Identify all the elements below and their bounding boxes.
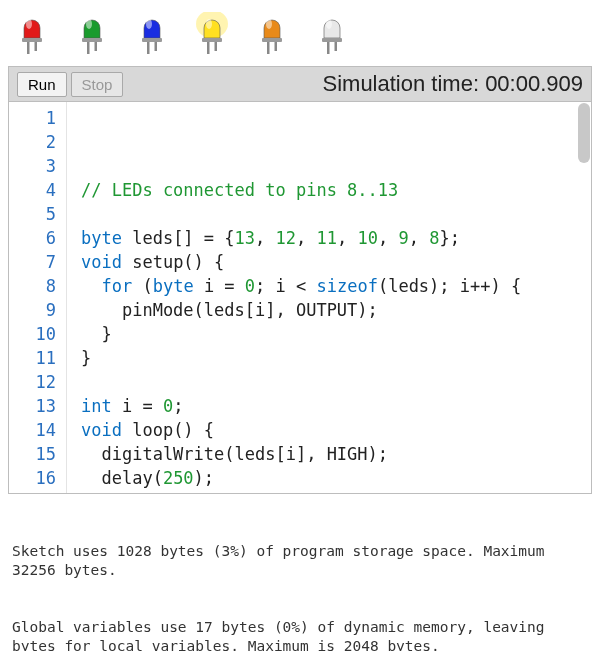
code-line[interactable]: void loop() { bbox=[81, 418, 591, 442]
run-button[interactable]: Run bbox=[17, 72, 67, 97]
svg-point-17 bbox=[266, 19, 272, 29]
code-line[interactable]: // LEDs connected to pins 8..13 bbox=[81, 178, 591, 202]
led-white bbox=[316, 12, 348, 56]
svg-rect-23 bbox=[327, 42, 330, 54]
svg-rect-22 bbox=[322, 38, 342, 42]
stop-button[interactable]: Stop bbox=[71, 72, 124, 97]
line-number: 16 bbox=[9, 466, 56, 490]
code-line[interactable]: } bbox=[81, 346, 591, 370]
svg-rect-6 bbox=[87, 42, 90, 54]
svg-rect-2 bbox=[27, 42, 30, 54]
code-line[interactable]: byte leds[] = {13, 12, 11, 10, 9, 8}; bbox=[81, 226, 591, 250]
line-number: 2 bbox=[9, 130, 56, 154]
svg-rect-3 bbox=[35, 42, 38, 51]
led-green bbox=[76, 12, 108, 56]
line-number: 9 bbox=[9, 298, 56, 322]
svg-rect-14 bbox=[202, 38, 222, 42]
code-line[interactable] bbox=[81, 370, 591, 394]
line-number: 6 bbox=[9, 226, 56, 250]
led-orange bbox=[256, 12, 288, 56]
simulation-time: Simulation time: 00:00.909 bbox=[323, 71, 584, 97]
code-line[interactable]: pinMode(leds[i], OUTPUT); bbox=[81, 298, 591, 322]
svg-rect-11 bbox=[155, 42, 158, 51]
code-line[interactable]: for (byte i = 0; i < sizeof(leds); i++) … bbox=[81, 274, 591, 298]
svg-rect-24 bbox=[335, 42, 338, 51]
svg-rect-18 bbox=[262, 38, 282, 42]
svg-rect-10 bbox=[147, 42, 150, 54]
code-line[interactable]: int i = 0; bbox=[81, 394, 591, 418]
svg-point-8 bbox=[146, 19, 152, 29]
svg-rect-1 bbox=[22, 38, 42, 42]
svg-point-13 bbox=[206, 19, 212, 29]
sim-time-label: Simulation time: bbox=[323, 71, 486, 96]
led-blue bbox=[136, 12, 168, 56]
code-line[interactable]: } bbox=[81, 322, 591, 346]
line-number: 11 bbox=[9, 346, 56, 370]
line-number: 14 bbox=[9, 418, 56, 442]
code-editor[interactable]: 12345678910111213141516 // LEDs connecte… bbox=[8, 102, 592, 494]
svg-rect-7 bbox=[95, 42, 98, 51]
code-line[interactable]: delay(250); bbox=[81, 466, 591, 490]
line-number: 3 bbox=[9, 154, 56, 178]
scrollbar-vertical[interactable] bbox=[578, 103, 590, 163]
svg-rect-15 bbox=[207, 42, 210, 54]
line-number: 15 bbox=[9, 442, 56, 466]
line-number: 4 bbox=[9, 178, 56, 202]
code-line[interactable]: digitalWrite(leds[i], HIGH); bbox=[81, 442, 591, 466]
line-number: 13 bbox=[9, 394, 56, 418]
toolbar: Run Stop Simulation time: 00:00.909 bbox=[8, 66, 592, 102]
code-line[interactable]: digitalWrite(leds[i], LOW); bbox=[81, 490, 591, 493]
console-line: Sketch uses 1028 bytes (3%) of program s… bbox=[12, 542, 588, 580]
code-area[interactable]: // LEDs connected to pins 8..13byte leds… bbox=[67, 102, 591, 493]
line-number: 1 bbox=[9, 106, 56, 130]
console-output: Sketch uses 1028 bytes (3%) of program s… bbox=[8, 494, 592, 651]
line-gutter: 12345678910111213141516 bbox=[9, 102, 67, 493]
svg-point-21 bbox=[326, 19, 332, 29]
svg-rect-9 bbox=[142, 38, 162, 42]
svg-point-0 bbox=[26, 19, 32, 29]
led-red bbox=[16, 12, 48, 56]
code-line[interactable]: void setup() { bbox=[81, 250, 591, 274]
console-line: Global variables use 17 bytes (0%) of dy… bbox=[12, 618, 588, 651]
line-number: 8 bbox=[9, 274, 56, 298]
led-row bbox=[8, 8, 592, 66]
code-line[interactable] bbox=[81, 202, 591, 226]
line-number: 7 bbox=[9, 250, 56, 274]
svg-rect-5 bbox=[82, 38, 102, 42]
svg-rect-19 bbox=[267, 42, 270, 54]
line-number: 12 bbox=[9, 370, 56, 394]
svg-rect-16 bbox=[215, 42, 218, 51]
sim-time-value: 00:00.909 bbox=[485, 71, 583, 96]
led-yellow bbox=[196, 12, 228, 56]
line-number: 5 bbox=[9, 202, 56, 226]
svg-point-4 bbox=[86, 19, 92, 29]
svg-rect-20 bbox=[275, 42, 278, 51]
line-number: 10 bbox=[9, 322, 56, 346]
